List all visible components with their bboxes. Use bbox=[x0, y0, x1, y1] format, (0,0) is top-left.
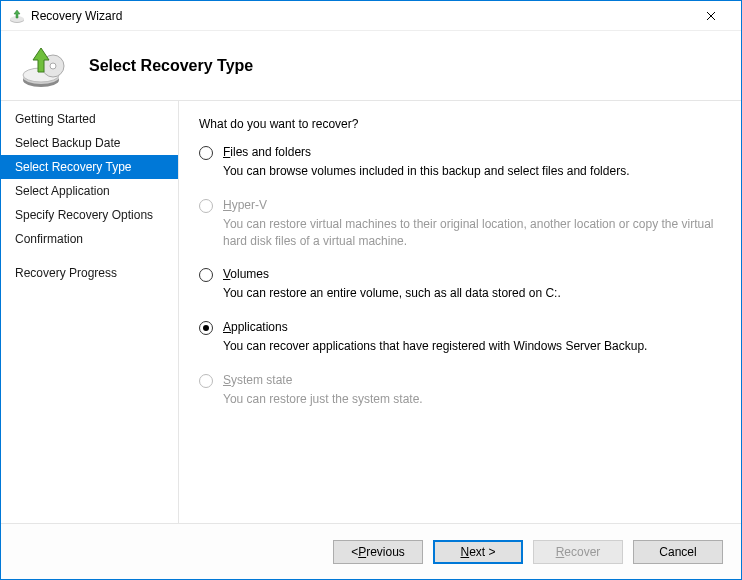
sidebar-item-recovery-progress[interactable]: Recovery Progress bbox=[1, 261, 178, 285]
radio-icon bbox=[199, 374, 213, 388]
sidebar-item-confirmation[interactable]: Confirmation bbox=[1, 227, 178, 251]
option-system-state: System state You can restore just the sy… bbox=[199, 373, 721, 408]
recovery-wizard-window: Recovery Wizard Select Recovery Type Get… bbox=[0, 0, 742, 580]
previous-button[interactable]: < Previous bbox=[333, 540, 423, 564]
sidebar-item-specify-recovery-options[interactable]: Specify Recovery Options bbox=[1, 203, 178, 227]
sidebar-item-label: Select Recovery Type bbox=[15, 160, 132, 174]
wizard-body: Getting Started Select Backup Date Selec… bbox=[1, 101, 741, 523]
wizard-content: What do you want to recover? Files and f… bbox=[179, 101, 741, 523]
recover-button: Recover bbox=[533, 540, 623, 564]
option-description: You can recover applications that have r… bbox=[223, 338, 721, 355]
radio-icon bbox=[199, 321, 213, 335]
titlebar: Recovery Wizard bbox=[1, 1, 741, 31]
window-title: Recovery Wizard bbox=[31, 9, 688, 23]
wizard-steps-sidebar: Getting Started Select Backup Date Selec… bbox=[1, 101, 179, 523]
radio-icon bbox=[199, 268, 213, 282]
svg-point-6 bbox=[50, 63, 56, 69]
sidebar-item-select-backup-date[interactable]: Select Backup Date bbox=[1, 131, 178, 155]
sidebar-item-label: Select Application bbox=[15, 184, 110, 198]
option-description: You can restore virtual machines to thei… bbox=[223, 216, 721, 250]
option-volumes[interactable]: Volumes You can restore an entire volume… bbox=[199, 267, 721, 302]
option-description: You can restore an entire volume, such a… bbox=[223, 285, 721, 302]
radio-icon bbox=[199, 146, 213, 160]
option-description: You can browse volumes included in this … bbox=[223, 163, 721, 180]
recovery-wizard-icon bbox=[9, 8, 25, 24]
page-title: Select Recovery Type bbox=[89, 57, 253, 75]
option-applications[interactable]: Applications You can recover application… bbox=[199, 320, 721, 355]
sidebar-item-label: Getting Started bbox=[15, 112, 96, 126]
sidebar-item-label: Confirmation bbox=[15, 232, 83, 246]
recovery-header-icon bbox=[19, 42, 67, 90]
close-button[interactable] bbox=[688, 2, 733, 30]
option-hyper-v: Hyper-V You can restore virtual machines… bbox=[199, 198, 721, 250]
sidebar-item-label: Specify Recovery Options bbox=[15, 208, 153, 222]
sidebar-item-getting-started[interactable]: Getting Started bbox=[1, 107, 178, 131]
close-icon bbox=[706, 11, 716, 21]
next-button[interactable]: Next > bbox=[433, 540, 523, 564]
wizard-footer: < Previous Next > Recover Cancel bbox=[1, 523, 741, 579]
sidebar-item-select-application[interactable]: Select Application bbox=[1, 179, 178, 203]
radio-icon bbox=[199, 199, 213, 213]
option-label: Volumes bbox=[223, 267, 721, 281]
option-description: You can restore just the system state. bbox=[223, 391, 721, 408]
sidebar-item-label: Recovery Progress bbox=[15, 266, 117, 280]
option-label: Files and folders bbox=[223, 145, 721, 159]
sidebar-item-select-recovery-type[interactable]: Select Recovery Type bbox=[1, 155, 178, 179]
option-label: System state bbox=[223, 373, 721, 387]
option-files-and-folders[interactable]: Files and folders You can browse volumes… bbox=[199, 145, 721, 180]
option-label: Hyper-V bbox=[223, 198, 721, 212]
wizard-header: Select Recovery Type bbox=[1, 31, 741, 101]
content-prompt: What do you want to recover? bbox=[199, 117, 721, 131]
cancel-button[interactable]: Cancel bbox=[633, 540, 723, 564]
option-label: Applications bbox=[223, 320, 721, 334]
sidebar-item-label: Select Backup Date bbox=[15, 136, 120, 150]
